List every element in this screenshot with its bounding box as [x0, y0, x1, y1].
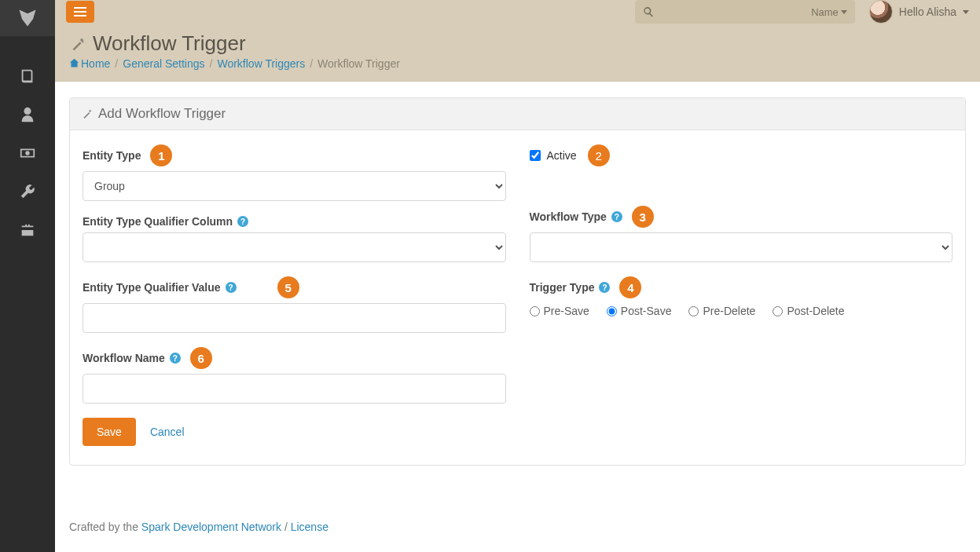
footer-spark-link[interactable]: Spark Development Network: [141, 521, 281, 533]
field-entity-type: Entity Type 1 Group: [83, 144, 506, 201]
page-footer: Crafted by the Spark Development Network…: [69, 521, 966, 533]
help-icon[interactable]: ?: [599, 282, 610, 293]
callout-1: 1: [150, 144, 172, 166]
money-icon: [19, 144, 36, 162]
radio-pre-save[interactable]: [530, 306, 540, 316]
trigger-type-label: Trigger Type: [530, 281, 595, 294]
entity-type-select[interactable]: Group: [83, 171, 506, 201]
help-icon[interactable]: ?: [237, 216, 248, 227]
callout-2: 2: [588, 144, 610, 166]
help-icon[interactable]: ?: [170, 353, 181, 364]
sidebar-nav: [19, 36, 36, 241]
caret-down-icon: [841, 10, 847, 14]
topbar: Name Hello Alisha: [55, 0, 980, 24]
callout-4: 4: [619, 276, 641, 298]
magic-wand-icon: [69, 35, 86, 53]
rock-logo-icon: [17, 7, 39, 29]
field-workflow-type: Workflow Type ? 3: [530, 206, 953, 262]
search-type-label: Name: [811, 6, 839, 18]
sidebar-item-book[interactable]: [19, 68, 36, 87]
trigger-type-radios: Pre-Save Post-Save Pre-Delete Post-Delet…: [530, 303, 953, 322]
entity-type-label: Entity Type: [83, 149, 141, 162]
content: Add Workflow Trigger Entity Type 1 Group: [55, 82, 980, 552]
person-icon: [19, 106, 36, 123]
field-active: Active 2: [530, 144, 953, 166]
workflow-name-label: Workflow Name: [83, 352, 165, 364]
panel-title: Add Workflow Trigger: [98, 106, 226, 122]
save-button[interactable]: Save: [83, 418, 136, 446]
active-checkbox[interactable]: [530, 150, 541, 161]
trigger-type-option-postdelete[interactable]: Post-Delete: [773, 305, 844, 317]
sidebar-item-admin[interactable]: [19, 221, 36, 241]
magic-wand-icon: [81, 108, 94, 120]
footer-license-link[interactable]: License: [291, 521, 329, 533]
entity-type-qualifier-column-select[interactable]: [83, 232, 506, 262]
form-right-column: Active 2 Workflow Type ? 3: [530, 144, 953, 446]
sidebar-item-money[interactable]: [19, 144, 36, 164]
user-menu[interactable]: Hello Alisha: [869, 0, 969, 24]
breadcrumb-general-settings[interactable]: General Settings: [123, 57, 204, 70]
callout-5: 5: [277, 276, 299, 298]
sidebar: [0, 0, 55, 552]
page-title-text: Workflow Trigger: [93, 31, 246, 56]
field-trigger-type: Trigger Type ? 4 Pre-Save Post-Save Pre-…: [530, 276, 953, 322]
field-entity-type-qualifier-column: Entity Type Qualifier Column ?: [83, 215, 506, 262]
form-actions: Save Cancel: [83, 418, 506, 446]
etqc-label: Entity Type Qualifier Column: [83, 215, 233, 228]
book-icon: [19, 68, 36, 85]
workflow-type-select[interactable]: [530, 232, 953, 262]
page-header: Workflow Trigger Home / General Settings…: [55, 24, 980, 82]
entity-type-qualifier-value-input[interactable]: [83, 303, 506, 333]
trigger-type-option-predelete[interactable]: Pre-Delete: [688, 305, 755, 317]
home-icon: [69, 58, 79, 68]
active-label: Active: [547, 149, 577, 162]
trigger-type-option-postsave[interactable]: Post-Save: [607, 305, 672, 317]
etqv-label: Entity Type Qualifier Value: [83, 281, 221, 294]
radio-post-save[interactable]: [607, 306, 617, 316]
hamburger-icon: [74, 6, 86, 17]
workflow-type-label: Workflow Type: [530, 210, 607, 223]
breadcrumb-current: Workflow Trigger: [317, 57, 400, 70]
search-type-dropdown[interactable]: Name: [811, 6, 847, 18]
search-box[interactable]: Name: [635, 0, 855, 24]
sidebar-item-tools[interactable]: [19, 183, 36, 203]
field-entity-type-qualifier-value: Entity Type Qualifier Value ? 5: [83, 276, 506, 333]
trigger-type-option-presave[interactable]: Pre-Save: [530, 305, 589, 317]
caret-down-icon: [963, 10, 969, 14]
briefcase-icon: [19, 221, 36, 239]
brand-logo[interactable]: [0, 0, 55, 36]
workflow-name-input[interactable]: [83, 374, 506, 404]
radio-post-delete[interactable]: [773, 306, 783, 316]
panel-workflow-trigger: Add Workflow Trigger Entity Type 1 Group: [69, 97, 966, 466]
breadcrumb-home[interactable]: Home: [69, 57, 110, 70]
main-area: Name Hello Alisha Workflow Trigger Home …: [55, 0, 980, 552]
breadcrumb: Home / General Settings / Workflow Trigg…: [69, 57, 966, 70]
page-title: Workflow Trigger: [69, 31, 966, 56]
callout-6: 6: [190, 347, 212, 369]
user-greeting: Hello Alisha: [899, 5, 956, 18]
help-icon[interactable]: ?: [226, 282, 237, 293]
search-input[interactable]: [654, 6, 811, 18]
callout-3: 3: [632, 206, 654, 228]
panel-heading: Add Workflow Trigger: [70, 98, 965, 130]
breadcrumb-workflow-triggers[interactable]: Workflow Triggers: [217, 57, 305, 70]
radio-pre-delete[interactable]: [688, 306, 699, 316]
sidebar-item-person[interactable]: [19, 106, 36, 126]
menu-toggle-button[interactable]: [66, 1, 94, 23]
help-icon[interactable]: ?: [611, 211, 622, 222]
avatar: [869, 0, 893, 24]
footer-prefix: Crafted by the: [69, 521, 141, 533]
field-workflow-name: Workflow Name ? 6: [83, 347, 506, 404]
cancel-link[interactable]: Cancel: [150, 426, 185, 438]
form-left-column: Entity Type 1 Group Entity Type Qualifie…: [83, 144, 506, 446]
search-icon: [643, 6, 654, 17]
wrench-icon: [19, 183, 36, 200]
